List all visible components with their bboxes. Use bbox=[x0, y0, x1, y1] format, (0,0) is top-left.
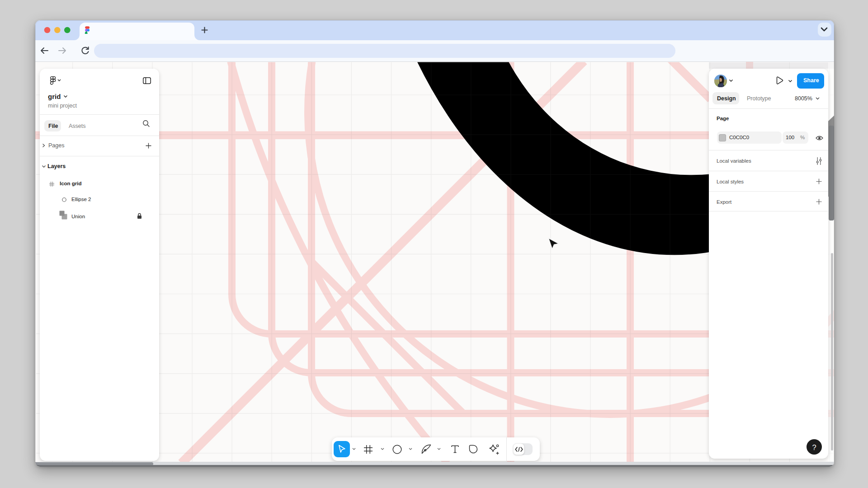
svg-text:?: ? bbox=[812, 443, 816, 451]
